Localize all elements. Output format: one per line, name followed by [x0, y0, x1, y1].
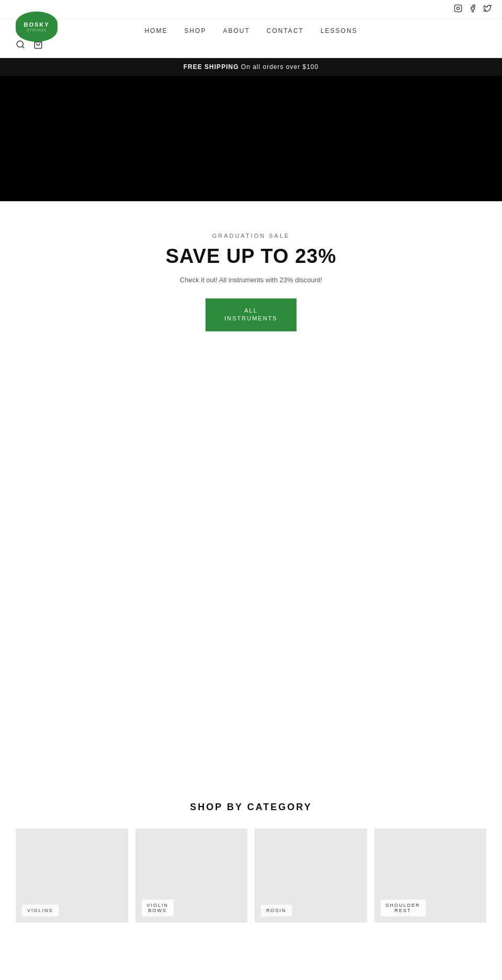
- twitter-icon[interactable]: [483, 4, 492, 14]
- logo-image[interactable]: BOSKY STRINGS: [16, 11, 58, 42]
- nav-lessons[interactable]: LESSONS: [321, 27, 358, 34]
- main-nav: HOME SHOP ABOUT CONTACT LESSONS: [144, 27, 357, 34]
- svg-line-4: [22, 46, 24, 48]
- category-label-shoulder-rest: SHOULDERREST: [381, 900, 426, 916]
- category-grid: VIOLINS VIOLINBOWS ROSIN SHOULDERREST: [16, 828, 486, 923]
- nav-home[interactable]: HOME: [144, 27, 167, 34]
- shipping-banner: FREE SHIPPING On all orders over $100: [0, 58, 502, 76]
- nav-shop[interactable]: SHOP: [184, 27, 206, 34]
- category-section-title: SHOP BY CATEGORY: [16, 802, 486, 813]
- spacer-section: [0, 352, 502, 770]
- shipping-text: On all orders over $100: [238, 63, 318, 71]
- shipping-bold: FREE SHIPPING: [184, 63, 239, 71]
- logo-nav-row: BOSKY STRINGS HOME SHOP ABOUT CONTACT LE…: [16, 19, 486, 34]
- header: BOSKY STRINGS HOME SHOP ABOUT CONTACT LE…: [0, 19, 502, 58]
- logo-brand-name: BOSKY: [24, 21, 49, 28]
- category-card-violins[interactable]: VIOLINS: [16, 828, 128, 923]
- category-section: SHOP BY CATEGORY VIOLINS VIOLINBOWS ROSI…: [0, 770, 502, 943]
- svg-point-2: [460, 6, 460, 7]
- social-bar: [0, 0, 502, 19]
- category-label-violin-bows: VIOLINBOWS: [142, 900, 174, 916]
- all-instruments-button[interactable]: ALLINSTRUMENTS: [206, 298, 296, 331]
- category-label-violins: VIOLINS: [22, 905, 59, 916]
- sale-title: SAVE UP TO 23%: [10, 245, 492, 268]
- instagram-icon[interactable]: [454, 4, 462, 14]
- svg-rect-0: [454, 5, 461, 11]
- hero-section: [0, 76, 502, 201]
- category-card-violin-bows[interactable]: VIOLINBOWS: [135, 828, 248, 923]
- sale-subtitle: GRADUATION SALE: [10, 233, 492, 239]
- nav-about[interactable]: ABOUT: [223, 27, 249, 34]
- category-card-shoulder-rest[interactable]: SHOULDERREST: [374, 828, 487, 923]
- facebook-icon[interactable]: [469, 4, 477, 14]
- nav-contact[interactable]: CONTACT: [267, 27, 304, 34]
- sale-section: GRADUATION SALE SAVE UP TO 23% Check it …: [0, 201, 502, 352]
- logo[interactable]: BOSKY STRINGS: [16, 11, 58, 42]
- logo-brand-sub: STRINGS: [27, 28, 47, 32]
- svg-point-1: [457, 7, 459, 9]
- category-label-rosin: ROSIN: [261, 905, 292, 916]
- category-card-rosin[interactable]: ROSIN: [255, 828, 367, 923]
- sale-description: Check it out! All instruments with 23% d…: [10, 276, 492, 284]
